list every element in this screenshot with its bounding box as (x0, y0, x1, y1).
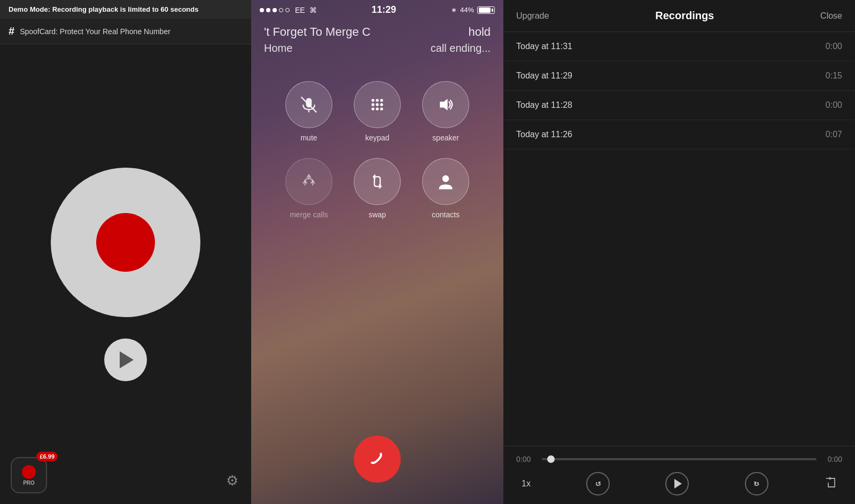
forward-seconds: 15 (754, 481, 759, 486)
swap-icon-circle (354, 158, 401, 205)
recording-duration-1: 0:00 (826, 42, 842, 51)
clock: 11:29 (371, 4, 396, 15)
pro-icon-wrap[interactable]: PRO £6.99 (11, 457, 47, 493)
carrier-label: EE (295, 6, 305, 14)
svg-point-4 (376, 99, 378, 101)
timeline-thumb[interactable] (547, 455, 555, 463)
mute-button[interactable]: mute (285, 81, 332, 142)
svg-point-9 (371, 107, 374, 110)
call-header: 't Forget To Merge C hold (251, 20, 503, 42)
merge-icon-circle (285, 158, 332, 205)
contacts-icon-circle (422, 158, 469, 205)
speed-button[interactable]: 1x (522, 479, 531, 489)
rewind-seconds: 15 (595, 481, 601, 486)
contacts-label: contacts (432, 210, 460, 219)
forward-button[interactable]: ↻ 15 (745, 472, 768, 495)
recording-item-2[interactable]: Today at 11:29 0:15 (503, 61, 855, 91)
recording-duration-3: 0:00 (826, 100, 842, 110)
battery-percent: 44% (460, 6, 474, 14)
call-buttons: mute keypad (251, 70, 503, 425)
left-panel: Demo Mode: Recording playback is limited… (0, 0, 251, 504)
status-right: ∗ 44% (451, 6, 495, 14)
swap-label: swap (369, 210, 386, 219)
recording-time-3: Today at 11:28 (516, 100, 572, 110)
play-icon (120, 351, 134, 368)
right-panel: Upgrade Recordings Close Today at 11:31 … (503, 0, 855, 504)
timeline-track[interactable] (542, 458, 817, 460)
recordings-list: Today at 11:31 0:00 Today at 11:29 0:15 … (503, 32, 855, 446)
player-controls: 1x ↺ 15 ↻ 15 (516, 472, 842, 495)
player-area: 0:00 0:00 1x ↺ 15 ↻ 15 (503, 446, 855, 504)
signal-dot-1 (260, 8, 264, 12)
merge-calls-button[interactable]: merge calls (285, 158, 332, 219)
spoof-label: SpoofCard: Protect Your Real Phone Numbe… (20, 27, 170, 36)
svg-point-10 (376, 107, 378, 110)
keypad-label: keypad (365, 133, 389, 142)
end-call-button[interactable] (354, 436, 401, 483)
battery-tip (492, 9, 493, 12)
recordings-header: Upgrade Recordings Close (503, 0, 855, 32)
svg-marker-12 (440, 99, 447, 111)
player-play-icon (674, 479, 682, 489)
mute-icon-circle (285, 81, 332, 128)
keypad-button[interactable]: keypad (354, 81, 401, 142)
play-button[interactable] (104, 338, 147, 381)
recordings-title: Recordings (655, 10, 714, 22)
call-btn-row-2: merge calls swap (285, 158, 469, 219)
svg-point-3 (371, 99, 374, 101)
demo-mode-detail: Recording playback is limited to 60 seco… (52, 5, 199, 13)
record-button[interactable] (51, 168, 200, 317)
recording-item-1[interactable]: Today at 11:31 0:00 (503, 32, 855, 61)
call-ending-label: call ending... (431, 42, 491, 54)
wifi-icon: ⌘ (309, 6, 317, 14)
share-button[interactable] (824, 476, 837, 492)
bluetooth-icon: ∗ (451, 6, 457, 14)
contacts-icon (436, 172, 455, 191)
recording-item-3[interactable]: Today at 11:28 0:00 (503, 91, 855, 120)
contacts-button[interactable]: contacts (422, 158, 469, 219)
mute-label: mute (300, 133, 317, 142)
recording-duration-4: 0:07 (826, 130, 842, 139)
svg-point-7 (376, 103, 378, 106)
merge-calls-label: merge calls (290, 210, 328, 219)
recording-time-2: Today at 11:29 (516, 71, 572, 81)
record-dot (96, 213, 155, 272)
keypad-icon (368, 95, 387, 114)
spoof-banner[interactable]: # SpoofCard: Protect Your Real Phone Num… (0, 19, 251, 44)
speaker-icon (436, 95, 455, 114)
speaker-button[interactable]: speaker (422, 81, 469, 142)
recording-time-1: Today at 11:31 (516, 42, 572, 51)
svg-point-14 (442, 175, 449, 182)
end-call-icon (368, 450, 387, 469)
phone-panel: EE ⌘ 11:29 ∗ 44% 't Forget To Merge C ho… (251, 0, 503, 504)
speaker-icon-circle (422, 81, 469, 128)
battery-fill (479, 7, 491, 13)
bottom-left-area: PRO £6.99 (11, 457, 47, 493)
close-button[interactable]: Close (820, 11, 842, 21)
end-call-area (251, 425, 503, 504)
price-badge: £6.99 (36, 452, 58, 461)
signal-dot-2 (266, 8, 270, 12)
svg-point-6 (371, 103, 374, 106)
call-status-row: Home call ending... (251, 42, 503, 54)
recording-time-4: Today at 11:26 (516, 130, 572, 139)
speaker-label: speaker (432, 133, 459, 142)
call-header-text: 't Forget To Merge C (264, 25, 370, 38)
keypad-icon-circle (354, 81, 401, 128)
swap-button[interactable]: swap (354, 158, 401, 219)
mute-icon (299, 95, 318, 114)
record-area (0, 44, 251, 504)
settings-button[interactable]: ⚙ (226, 472, 238, 489)
player-play-button[interactable] (665, 472, 689, 495)
status-bar: EE ⌘ 11:29 ∗ 44% (251, 0, 503, 20)
pro-label: PRO (23, 480, 35, 486)
player-end-time: 0:00 (823, 455, 842, 463)
hash-icon: # (9, 25, 14, 37)
swap-icon (368, 172, 387, 191)
rewind-button[interactable]: ↺ 15 (586, 472, 610, 495)
status-left: EE ⌘ (260, 6, 317, 14)
recording-item-4[interactable]: Today at 11:26 0:07 (503, 120, 855, 149)
upgrade-button[interactable]: Upgrade (516, 11, 549, 21)
signal-dot-4 (279, 8, 283, 12)
merge-calls-icon (299, 172, 318, 191)
